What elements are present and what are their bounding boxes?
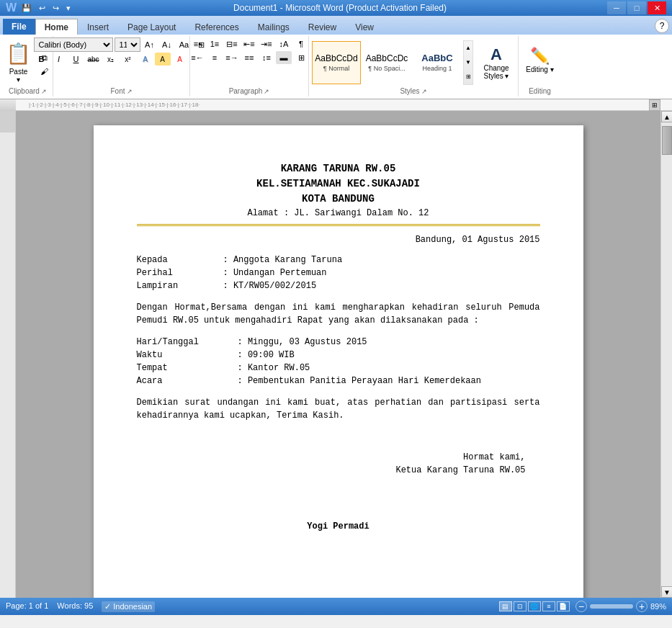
increase-indent-btn[interactable]: ⇥≡ <box>259 37 274 50</box>
info-label-perihal: Perihal <box>137 266 223 279</box>
undo-quick-btn[interactable]: ↩ <box>37 3 48 14</box>
paragraph-expand-icon[interactable]: ↗ <box>264 88 269 95</box>
style-normal-label: ¶ Normal <box>323 65 349 72</box>
ruler-settings-btn[interactable]: ⊞ <box>649 99 660 111</box>
para-row-1: ≡• 1≡ ⊟≡ ⇤≡ ⇥≡ ↕A ¶ <box>189 37 309 50</box>
outline-icon[interactable]: ≡ <box>542 601 555 611</box>
draft-icon[interactable]: 📄 <box>557 601 570 611</box>
right-scrollbar: ▲ ▼ <box>660 111 672 598</box>
font-name-select[interactable]: Calibri (Body) <box>34 37 113 52</box>
bold-btn[interactable]: B <box>34 53 50 66</box>
font-size-select[interactable]: 11 <box>115 37 140 52</box>
clipboard-expand-icon[interactable]: ↗ <box>41 88 47 95</box>
language-label: Indonesian <box>113 602 152 611</box>
tab-review[interactable]: Review <box>299 19 346 35</box>
styles-expand-icon[interactable]: ↗ <box>421 88 427 95</box>
style-no-spacing[interactable]: AaBbCcDc ¶ No Spaci... <box>362 41 411 84</box>
multilevel-btn[interactable]: ⊟≡ <box>224 37 240 50</box>
status-right: ▤ ⊡ 🌐 ≡ 📄 − + 89% <box>499 601 666 612</box>
date-line: Bandung, 01 Agustus 2015 <box>137 233 540 246</box>
signature-title2: Ketua Karang Taruna RW.05 <box>137 464 526 477</box>
full-screen-icon[interactable]: ⊡ <box>514 601 527 611</box>
font-shrink-btn[interactable]: A↓ <box>159 38 175 51</box>
shading-btn[interactable]: ▬ <box>276 51 292 64</box>
text-effect-btn[interactable]: A <box>138 53 153 66</box>
align-left-btn[interactable]: ≡← <box>189 51 205 64</box>
editing-button[interactable]: ✏️ Editing ▾ <box>522 37 558 82</box>
para-row-2: ≡← ≡ ≡→ ≡≡ ↕≡ ▬ ⊞ <box>189 51 309 64</box>
para-rows: ≡• 1≡ ⊟≡ ⇤≡ ⇥≡ ↕A ¶ ≡← ≡ ≡→ ≡≡ ↕≡ ▬ ⊞ <box>189 37 309 64</box>
font-row-1: Calibri (Body) 11 A↑ A↓ Aa ⊞ <box>34 37 210 52</box>
paste-dropdown-btn[interactable]: Paste ▾ <box>6 69 31 82</box>
zoom-in-btn[interactable]: + <box>636 601 648 612</box>
scroll-thumb[interactable] <box>662 126 672 155</box>
gallery-scroll[interactable]: ▲ ▼ ⊞ <box>463 40 473 85</box>
subscript-btn[interactable]: x₂ <box>103 53 119 66</box>
tab-file[interactable]: File <box>3 19 35 35</box>
font-expand-icon[interactable]: ↗ <box>127 88 133 95</box>
body-text: Dengan Hormat,Bersama dengan ini kami me… <box>137 301 540 327</box>
style-heading1[interactable]: AaBbC Heading 1 <box>413 41 462 84</box>
redo-quick-btn[interactable]: ↪ <box>50 3 61 14</box>
border-btn[interactable]: ⊞ <box>293 51 309 64</box>
style-normal[interactable]: AaBbCcDd ¶ Normal <box>312 41 361 84</box>
superscript-btn[interactable]: x² <box>120 53 136 66</box>
ribbon-help-btn[interactable]: ? <box>655 19 669 33</box>
tab-page-layout[interactable]: Page Layout <box>118 19 185 35</box>
close-button[interactable]: ✕ <box>648 1 666 14</box>
paragraph-content: ≡• 1≡ ⊟≡ ⇤≡ ⇥≡ ↕A ¶ ≡← ≡ ≡→ ≡≡ ↕≡ ▬ ⊞ <box>189 37 309 87</box>
align-center-btn[interactable]: ≡ <box>207 51 223 64</box>
schedule-label-hari: Hari/Tanggal <box>137 336 238 349</box>
line-spacing-btn[interactable]: ↕≡ <box>259 51 274 64</box>
schedule-row-waktu: Waktu : 09:00 WIB <box>137 349 540 362</box>
minimize-button[interactable]: ─ <box>607 1 626 14</box>
tab-home[interactable]: Home <box>35 19 78 35</box>
maximize-button[interactable]: □ <box>627 1 646 14</box>
web-layout-icon[interactable]: 🌐 <box>528 601 541 611</box>
font-grow-btn[interactable]: A↑ <box>142 38 158 51</box>
tab-references[interactable]: References <box>185 19 248 35</box>
language-btn[interactable]: ✓ Indonesian <box>102 601 155 612</box>
scroll-down-btn[interactable]: ▼ <box>661 586 672 598</box>
spelling-check-icon: ✓ <box>104 602 111 611</box>
highlight-btn[interactable]: A <box>155 53 171 66</box>
tab-insert[interactable]: Insert <box>78 19 118 35</box>
italic-btn[interactable]: I <box>51 53 67 66</box>
decrease-indent-btn[interactable]: ⇤≡ <box>241 37 257 50</box>
document-area[interactable]: KARANG TARUNA RW.05 KEL.SETIAMANAH KEC.S… <box>16 111 660 598</box>
sort-btn[interactable]: ↕A <box>276 37 292 50</box>
align-right-btn[interactable]: ≡→ <box>224 51 240 64</box>
zoom-out-btn[interactable]: − <box>575 601 587 612</box>
numbering-btn[interactable]: 1≡ <box>207 37 223 50</box>
show-hide-btn[interactable]: ¶ <box>293 37 309 50</box>
title-bar: W 💾 ↩ ↪ ▾ Document1 - Microsoft Word (Pr… <box>0 0 672 16</box>
font-color-btn[interactable]: A <box>172 53 188 66</box>
word-icon: W <box>6 1 17 14</box>
info-label-lampiran: Lampiran <box>137 279 223 292</box>
ruler-marker: |·1·|·2·|·3·|·4·|·5·|·6·|·7·|·8·|·9·|·10… <box>29 102 200 108</box>
scroll-track[interactable] <box>661 122 672 586</box>
left-ruler <box>0 111 16 598</box>
underline-btn[interactable]: U <box>68 53 84 66</box>
paste-button[interactable]: 📋 <box>3 37 35 69</box>
schedule-row-hari: Hari/Tanggal : Minggu, 03 Agustus 2015 <box>137 336 540 349</box>
bullets-btn[interactable]: ≡• <box>189 37 205 50</box>
tab-mailings[interactable]: Mailings <box>248 19 299 35</box>
tab-view[interactable]: View <box>346 19 383 35</box>
strikethrough-btn[interactable]: abc <box>86 53 102 66</box>
zoom-slider[interactable] <box>590 604 633 609</box>
scroll-up-btn[interactable]: ▲ <box>661 111 672 122</box>
paragraph-group: ≡• 1≡ ⊟≡ ⇤≡ ⇥≡ ↕A ¶ ≡← ≡ ≡→ ≡≡ ↕≡ ▬ ⊞ <box>190 36 309 97</box>
save-quick-btn[interactable]: 💾 <box>19 3 34 14</box>
qa-dropdown-btn[interactable]: ▾ <box>64 3 73 14</box>
change-styles-button[interactable]: A ChangeStyles ▾ <box>478 40 515 85</box>
ribbon-content: 📋 Paste ▾ ✂ ⧉ 🖌 Clipboard ↗ Calibri (Bod… <box>0 35 672 99</box>
page-info: Page: 1 of 1 <box>6 601 48 612</box>
ribbon-tabs: File Home Insert Page Layout References … <box>0 16 672 35</box>
schedule-value-hari: : Minggu, 03 Agustus 2015 <box>238 336 540 349</box>
justify-btn[interactable]: ≡≡ <box>241 51 257 64</box>
schedule-value-acara: : Pembentukan Panitia Perayaan Hari Keme… <box>238 374 540 387</box>
info-table: Kepada : Anggota Karang Taruna Perihal :… <box>137 254 540 292</box>
editing-content: ✏️ Editing ▾ <box>522 37 558 87</box>
print-layout-icon[interactable]: ▤ <box>499 601 512 611</box>
